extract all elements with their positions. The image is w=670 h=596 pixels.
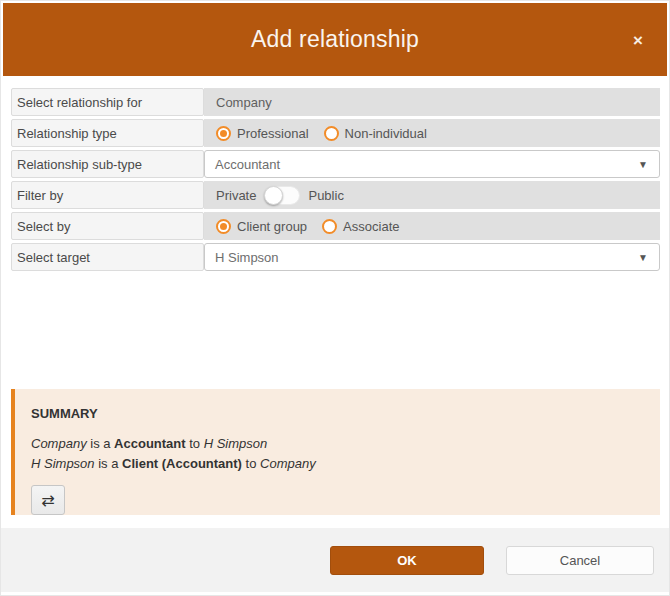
field-label: Select target xyxy=(11,243,204,271)
dialog-footer: OK Cancel xyxy=(1,528,669,592)
radio-unselected-icon[interactable] xyxy=(322,219,337,234)
filter-by-toggle-group: Private Public xyxy=(204,181,660,209)
radio-associate[interactable]: Associate xyxy=(322,219,399,234)
summary-line-1: Company is a Accountant to H Simpson xyxy=(31,434,644,454)
private-public-toggle[interactable] xyxy=(264,186,300,205)
summary-panel: SUMMARY Company is a Accountant to H Sim… xyxy=(11,389,660,515)
toggle-on-label: Public xyxy=(308,188,343,203)
relationship-for-value: Company xyxy=(204,88,660,116)
row-select-by: Select by Client group Associate xyxy=(11,212,660,240)
row-select-target: Select target H Simpson ▼ xyxy=(11,243,660,271)
toggle-thumb[interactable] xyxy=(264,186,283,205)
cancel-button[interactable]: Cancel xyxy=(506,546,654,575)
swap-relationship-button[interactable]: ⇄ xyxy=(31,485,65,515)
radio-professional[interactable]: Professional xyxy=(216,126,309,141)
add-relationship-dialog: Add relationship × Select relationship f… xyxy=(0,0,670,596)
close-icon[interactable]: × xyxy=(629,27,647,52)
row-relationship-sub-type: Relationship sub-type Accountant ▼ xyxy=(11,150,660,178)
field-label: Select relationship for xyxy=(11,88,204,116)
field-label: Relationship sub-type xyxy=(11,150,204,178)
ok-button[interactable]: OK xyxy=(330,546,484,575)
select-target-select[interactable]: H Simpson ▼ xyxy=(204,243,660,271)
row-relationship-type: Relationship type Professional Non-indiv… xyxy=(11,119,660,147)
field-label: Select by xyxy=(11,212,204,240)
summary-heading: SUMMARY xyxy=(31,406,644,421)
relationship-type-options: Professional Non-individual xyxy=(204,119,660,147)
field-label: Relationship type xyxy=(11,119,204,147)
chevron-down-icon[interactable]: ▼ xyxy=(638,159,648,170)
row-select-relationship-for: Select relationship for Company xyxy=(11,88,660,116)
summary-line-2: H Simpson is a Client (Accountant) to Co… xyxy=(31,454,644,474)
relationship-form: Select relationship for Company Relation… xyxy=(11,88,660,274)
dialog-header: Add relationship × xyxy=(3,3,667,76)
dialog-title: Add relationship xyxy=(251,26,419,53)
radio-non-individual[interactable]: Non-individual xyxy=(324,126,427,141)
relationship-sub-type-select[interactable]: Accountant ▼ xyxy=(204,150,660,178)
field-label: Filter by xyxy=(11,181,204,209)
swap-arrows-icon: ⇄ xyxy=(41,491,54,510)
toggle-off-label: Private xyxy=(216,188,256,203)
selected-value: Accountant xyxy=(215,157,280,172)
radio-unselected-icon[interactable] xyxy=(324,126,339,141)
radio-selected-icon[interactable] xyxy=(216,219,231,234)
selected-value: H Simpson xyxy=(215,250,279,265)
select-by-options: Client group Associate xyxy=(204,212,660,240)
chevron-down-icon[interactable]: ▼ xyxy=(638,252,648,263)
row-filter-by: Filter by Private Public xyxy=(11,181,660,209)
radio-client-group[interactable]: Client group xyxy=(216,219,307,234)
radio-selected-icon[interactable] xyxy=(216,126,231,141)
